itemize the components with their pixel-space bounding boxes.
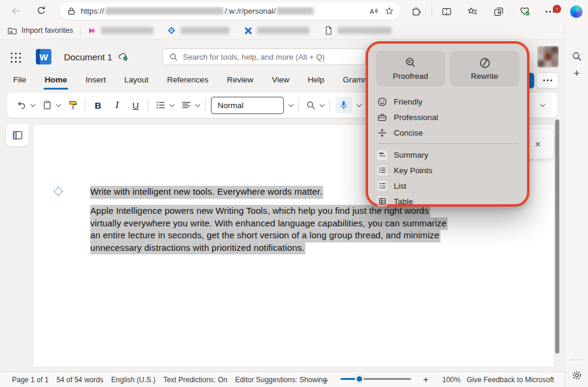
close-icon[interactable]: × xyxy=(535,139,541,150)
ribbon-collapse-chevron-icon[interactable] xyxy=(535,97,550,113)
menu-help[interactable]: Help xyxy=(307,74,326,85)
zoom-slider-thumb[interactable] xyxy=(356,375,363,383)
menu-home[interactable]: Home xyxy=(44,74,69,85)
read-aloud-icon[interactable]: A xyxy=(369,6,379,17)
zoom-out-button[interactable]: − xyxy=(323,375,329,385)
import-favorites-button[interactable]: Import favorites xyxy=(7,26,73,36)
menu-item-summary[interactable]: Summary xyxy=(377,147,518,162)
favorites-hub-icon[interactable] xyxy=(463,2,481,20)
toolbar-divider xyxy=(205,99,206,111)
menu-references[interactable]: References xyxy=(166,74,210,85)
text-predictions-status[interactable]: Text Predictions: On xyxy=(163,376,227,384)
copilot-icon[interactable] xyxy=(567,2,585,20)
toolbar-divider xyxy=(431,5,432,16)
document-heading[interactable]: Write with intelligent new tools. Everyw… xyxy=(90,186,323,199)
style-dropdown-chevron-icon[interactable] xyxy=(289,102,293,106)
address-bar[interactable]: https:// /:w:/r/personal/ A xyxy=(60,2,400,20)
menu-review[interactable]: Review xyxy=(226,74,255,85)
selected-text-line[interactable]: virtually everywhere you write. With enh… xyxy=(90,217,448,231)
menu-insert[interactable]: Insert xyxy=(84,74,107,85)
menu-item-professional[interactable]: Professional xyxy=(377,109,518,125)
menu-layout[interactable]: Layout xyxy=(123,74,150,85)
edge-sidebar: + xyxy=(564,22,588,387)
sidebar-divider xyxy=(569,360,584,360)
split-screen-icon[interactable] xyxy=(437,2,455,20)
alignment-chevron-icon[interactable] xyxy=(195,102,200,106)
proofread-label: Proofread xyxy=(393,72,428,81)
summary-icon xyxy=(378,150,387,159)
toolbar-divider xyxy=(148,99,148,111)
favorite-site-icon-blue-diamond xyxy=(167,26,176,35)
document-title[interactable]: Document 1 xyxy=(64,52,112,62)
selected-text-line[interactable]: unnecessary distractions with prioritize… xyxy=(90,242,305,255)
table-icon xyxy=(378,197,387,205)
editor-suggestions-status[interactable]: Editor Suggestions: Showing xyxy=(235,376,327,384)
bullet-list-icon[interactable] xyxy=(154,97,168,113)
saved-to-cloud-icon[interactable] xyxy=(117,51,129,62)
app-launcher-waffle-icon[interactable] xyxy=(11,53,13,54)
bullet-list-chevron-icon[interactable] xyxy=(170,102,174,106)
sidebar-add-icon[interactable]: + xyxy=(569,66,584,81)
bold-button[interactable]: B xyxy=(91,97,105,113)
page-count[interactable]: Page 1 of 1 xyxy=(12,376,48,384)
tab-groups-icon[interactable] xyxy=(489,2,507,20)
extensions-icon[interactable] xyxy=(407,2,425,20)
browser-essentials-icon[interactable] xyxy=(516,2,534,20)
menu-item-key-points[interactable]: Key Points xyxy=(377,162,518,178)
rewrite-button[interactable]: Rewrite xyxy=(450,51,519,87)
menu-item-table[interactable]: Table xyxy=(377,194,518,209)
document-paragraph[interactable]: Apple Intelligence powers new Writing To… xyxy=(90,205,448,254)
italic-button[interactable]: I xyxy=(111,97,124,113)
svg-text:A: A xyxy=(370,7,375,14)
briefcase-icon xyxy=(377,112,387,122)
zoom-percentage[interactable]: 100% xyxy=(442,376,461,384)
find-chevron-icon[interactable] xyxy=(320,102,324,106)
find-icon[interactable] xyxy=(304,97,318,113)
favorite-item[interactable] xyxy=(167,26,229,35)
proofread-button[interactable]: Proofread xyxy=(376,51,445,87)
avatar[interactable] xyxy=(537,46,559,67)
menu-item-concise[interactable]: Concise xyxy=(377,125,518,140)
favorite-item[interactable] xyxy=(244,26,310,35)
update-notification-badge: ↑ xyxy=(553,5,561,13)
dictate-chevron-icon[interactable] xyxy=(357,102,362,106)
refresh-icon[interactable] xyxy=(33,2,50,19)
ribbon-more-button[interactable] xyxy=(536,72,559,88)
favorite-site-icon-pink-arrow xyxy=(88,26,97,35)
app-search-input[interactable] xyxy=(183,53,359,62)
favorite-item[interactable] xyxy=(88,26,154,35)
selected-text-line[interactable]: an entire lecture in seconds, get the sh… xyxy=(90,229,440,242)
lock-icon xyxy=(67,7,76,16)
import-favorites-label: Import favorites xyxy=(22,26,73,35)
navigation-pane-button[interactable] xyxy=(6,124,29,146)
menu-item-list[interactable]: List xyxy=(377,178,518,194)
back-icon[interactable] xyxy=(7,2,24,19)
search-icon xyxy=(169,53,178,62)
dictate-button[interactable] xyxy=(335,97,352,113)
favorite-item[interactable] xyxy=(324,26,391,35)
menu-view[interactable]: View xyxy=(271,74,290,85)
rewrite-circle-pencil-icon xyxy=(479,57,491,69)
redacted-favorite-title xyxy=(257,27,310,34)
paste-clipboard-icon[interactable] xyxy=(40,97,54,113)
menu-file[interactable]: File xyxy=(12,74,27,85)
word-logo[interactable]: W xyxy=(36,49,51,64)
toolbar-divider xyxy=(329,99,330,111)
feedback-link[interactable]: Give Feedback to Microsoft xyxy=(467,376,554,384)
language-status[interactable]: English (U.S.) xyxy=(111,376,155,384)
app-search-bar[interactable] xyxy=(163,48,366,65)
word-count[interactable]: 54 of 54 words xyxy=(56,376,103,384)
zoom-in-button[interactable]: + xyxy=(423,374,428,385)
add-favorite-star-icon[interactable] xyxy=(384,6,394,16)
sidebar-settings-gear-icon[interactable] xyxy=(569,367,584,383)
format-painter-icon[interactable] xyxy=(66,97,79,113)
alignment-icon[interactable] xyxy=(179,97,194,113)
underline-button[interactable]: U xyxy=(129,97,142,113)
undo-icon[interactable] xyxy=(14,97,29,113)
menu-item-friendly[interactable]: Friendly xyxy=(377,94,518,109)
style-dropdown[interactable]: Normal xyxy=(211,97,284,114)
paste-chevron-icon[interactable] xyxy=(56,102,61,106)
undo-chevron-icon[interactable] xyxy=(30,102,35,106)
sidebar-search-icon[interactable] xyxy=(569,48,584,64)
vertical-scrollbar[interactable] xyxy=(555,119,559,354)
